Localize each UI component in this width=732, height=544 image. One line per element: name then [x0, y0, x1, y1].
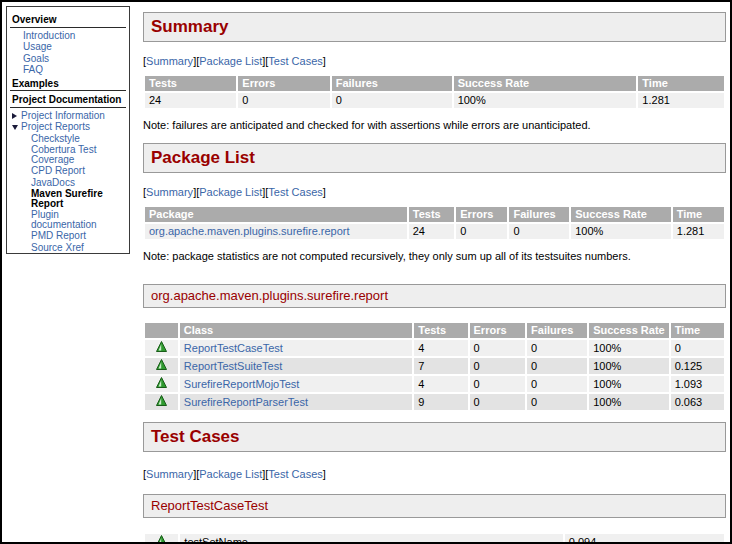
cell-time: 0.063	[671, 394, 724, 410]
crumb-links-package-list: [Summary][Package List][Test Cases]	[143, 186, 726, 198]
sidebar-item-cpd-report[interactable]: CPD Report	[10, 165, 126, 177]
success-icon	[156, 342, 167, 354]
crumb-summary-link[interactable]: Summary	[146, 186, 193, 198]
header-success-rate: Success Rate	[571, 207, 671, 222]
class-table: Class Tests Errors Failures Success Rate…	[143, 321, 726, 412]
sidebar-item-plugin-documentation[interactable]: Plugin documentation	[10, 209, 126, 230]
test-class-title: ReportTestCaseTest	[143, 494, 726, 518]
right-arrow-icon[interactable]	[12, 113, 17, 119]
summary-success-rate: 100%	[454, 93, 637, 108]
test-cases-table: testSetName 0.094 testSetTestCases 0	[143, 532, 726, 544]
sidebar-item-source-xref[interactable]: Source Xref	[10, 242, 126, 254]
sidebar-item-project-reports[interactable]: Project Reports	[10, 121, 126, 133]
cell-tests: 7	[414, 358, 467, 374]
crumb-links-summary: [Summary][Package List][Test Cases]	[143, 55, 726, 67]
header-time: Time	[673, 207, 724, 222]
class-link[interactable]: SurefireReportMojoTest	[184, 378, 300, 390]
section-title-test-cases: Test Cases	[143, 422, 726, 452]
package-link[interactable]: org.apache.maven.plugins.surefire.report	[149, 225, 350, 237]
class-link[interactable]: ReportTestCaseTest	[184, 342, 283, 354]
crumb-summary-link[interactable]: Summary	[146, 468, 193, 480]
cell-tests: 4	[414, 376, 467, 392]
test-case-row: testSetName 0.094	[145, 534, 724, 544]
sidebar-item-faq[interactable]: FAQ	[10, 64, 126, 76]
section-title-summary: Summary	[143, 12, 726, 42]
package-errors: 0	[456, 224, 507, 239]
cell-time: 0.125	[671, 358, 724, 374]
summary-table-header-row: Tests Errors Failures Success Rate Time	[145, 76, 724, 91]
header-tests: Tests	[409, 207, 455, 222]
crumb-test-cases-link[interactable]: Test Cases	[268, 186, 322, 198]
sidebar-item-maven-surefire-report-current: Maven Surefire Report	[10, 188, 126, 209]
bracket: ]	[323, 55, 326, 67]
class-table-row: SurefireReportParserTest 9 0 0 100% 0.06…	[145, 394, 724, 410]
sidebar-item-javadocs[interactable]: JavaDocs	[10, 177, 126, 189]
crumb-package-list-link[interactable]: Package List	[199, 55, 262, 67]
class-table-row: SurefireReportMojoTest 4 0 0 100% 1.093	[145, 376, 724, 392]
cell-success-rate: 100%	[589, 376, 669, 392]
sidebar-item-tag-list[interactable]: Tag List	[10, 253, 126, 254]
cell-success-rate: 100%	[589, 340, 669, 356]
package-detail-title: org.apache.maven.plugins.surefire.report	[143, 284, 726, 308]
sidebar-section-project-documentation: Project Documentation	[10, 93, 126, 108]
cell-errors: 0	[470, 376, 526, 392]
surefire-report-page: Overview Introduction Usage Goals FAQ Ex…	[0, 0, 732, 544]
test-time: 0.094	[565, 534, 724, 544]
summary-table-row: 24 0 0 100% 1.281	[145, 93, 724, 108]
crumb-test-cases-link[interactable]: Test Cases	[268, 468, 322, 480]
summary-errors: 0	[238, 93, 329, 108]
header-errors: Errors	[238, 76, 329, 91]
class-link[interactable]: SurefireReportParserTest	[184, 396, 308, 408]
summary-failures: 0	[332, 93, 452, 108]
package-list-note: Note: package statistics are not compute…	[143, 250, 726, 262]
class-table-header-row: Class Tests Errors Failures Success Rate…	[145, 323, 724, 338]
summary-tests: 24	[145, 93, 236, 108]
cell-time: 1.093	[671, 376, 724, 392]
summary-note: Note: failures are anticipated and check…	[143, 119, 726, 131]
cell-failures: 0	[527, 394, 587, 410]
header-failures: Failures	[509, 207, 569, 222]
test-name: testSetName	[180, 534, 562, 544]
package-failures: 0	[509, 224, 569, 239]
crumb-test-cases-link[interactable]: Test Cases	[268, 55, 322, 67]
crumb-links-test-cases: [Summary][Package List][Test Cases]	[143, 468, 726, 480]
success-icon	[156, 396, 167, 408]
header-icon-blank	[145, 323, 178, 338]
sidebar-item-introduction[interactable]: Introduction	[10, 30, 126, 42]
crumb-package-list-link[interactable]: Package List	[199, 186, 262, 198]
crumb-summary-link[interactable]: Summary	[146, 55, 193, 67]
package-tests: 24	[409, 224, 455, 239]
package-table-row: org.apache.maven.plugins.surefire.report…	[145, 224, 724, 239]
sidebar-item-pmd-report[interactable]: PMD Report	[10, 230, 126, 242]
header-class: Class	[180, 323, 412, 338]
cell-errors: 0	[470, 358, 526, 374]
cell-failures: 0	[527, 376, 587, 392]
sidebar-item-checkstyle[interactable]: Checkstyle	[10, 133, 126, 145]
sidebar-item-project-information[interactable]: Project Information	[10, 110, 126, 122]
success-icon	[156, 360, 167, 372]
class-table-row: ReportTestSuiteTest 7 0 0 100% 0.125	[145, 358, 724, 374]
summary-time: 1.281	[638, 93, 724, 108]
sidebar-section-overview: Overview	[10, 13, 126, 28]
sidebar-nav: Overview Introduction Usage Goals FAQ Ex…	[6, 6, 130, 254]
cell-errors: 0	[470, 340, 526, 356]
cell-tests: 9	[414, 394, 467, 410]
class-table-row: ReportTestCaseTest 4 0 0 100% 0	[145, 340, 724, 356]
bracket: ]	[323, 468, 326, 480]
package-table-header-row: Package Tests Errors Failures Success Ra…	[145, 207, 724, 222]
header-time: Time	[671, 323, 724, 338]
header-failures: Failures	[527, 323, 587, 338]
package-time: 1.281	[673, 224, 724, 239]
sidebar-item-goals[interactable]: Goals	[10, 53, 126, 65]
sidebar-section-examples: Examples	[10, 77, 126, 92]
down-arrow-icon[interactable]	[12, 125, 18, 130]
sidebar-item-cobertura-test-coverage[interactable]: Cobertura Test Coverage	[10, 144, 126, 165]
class-link[interactable]: ReportTestSuiteTest	[184, 360, 282, 372]
sidebar-item-usage[interactable]: Usage	[10, 41, 126, 53]
package-list-table: Package Tests Errors Failures Success Ra…	[143, 205, 726, 241]
cell-success-rate: 100%	[589, 394, 669, 410]
summary-table: Tests Errors Failures Success Rate Time …	[143, 74, 726, 110]
crumb-package-list-link[interactable]: Package List	[199, 468, 262, 480]
header-errors: Errors	[456, 207, 507, 222]
header-time: Time	[638, 76, 724, 91]
